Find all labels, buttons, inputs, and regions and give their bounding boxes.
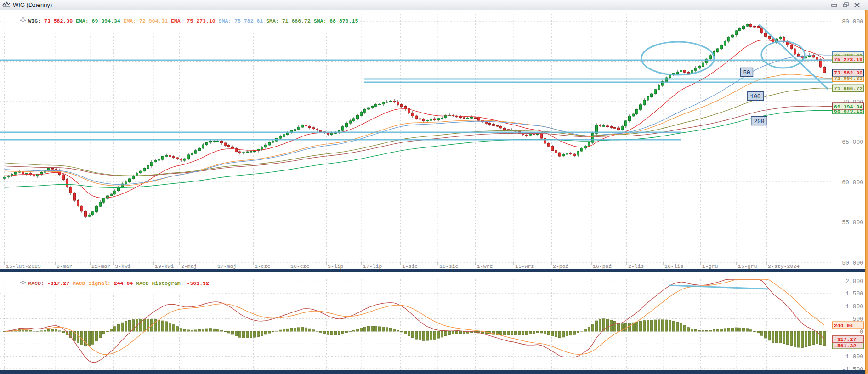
- price-label: 73 582.30: [833, 69, 864, 76]
- macd-pane-legend: MACD: -317.27 MACD Signal: 244.04 MACD H…: [1, 273, 209, 294]
- svg-text:50: 50: [743, 70, 750, 76]
- main-legend-label-4: SMA:: [216, 18, 234, 24]
- svg-text:200: 200: [754, 119, 765, 125]
- main-legend-value-0: 73 582.30: [44, 18, 73, 24]
- moving-average-lines: [5, 40, 832, 198]
- macd-legend-label-1: MACD Signal:: [69, 280, 114, 286]
- main-legend-value-3: 75 273.10: [187, 18, 216, 24]
- svg-text:-1 000: -1 000: [842, 353, 863, 360]
- macd-legend-value-0: -317.27: [47, 280, 69, 286]
- svg-text:50 000: 50 000: [842, 260, 863, 266]
- svg-text:71 666.72: 71 666.72: [834, 85, 862, 91]
- main-legend-value-6: 68 879.15: [329, 18, 358, 24]
- svg-text:65 000: 65 000: [842, 139, 863, 146]
- date-axis: 15-lut-20238-mar22-mar3-kwi19-kwi2-maj17…: [5, 262, 800, 269]
- svg-text:-317.27: -317.27: [834, 336, 856, 342]
- macd-legend-value-2: -561.32: [187, 280, 209, 286]
- main-legend-value-5: 71 666.72: [282, 18, 311, 24]
- main-legend-label-3: EMA:: [168, 18, 187, 24]
- chart-canvas[interactable]: 5010020080 00075 00070 00065 00060 00055…: [0, 0, 868, 374]
- candlestick-series: [4, 23, 826, 218]
- chart-window: WIG (Dzienny) 5010020080 00075 00070 000…: [0, 0, 868, 374]
- macd-histogram: [4, 319, 826, 348]
- svg-text:55 000: 55 000: [842, 219, 863, 226]
- svg-text:2 000: 2 000: [845, 278, 863, 285]
- price-label: 71 666.72: [833, 85, 864, 91]
- svg-text:-561.32: -561.32: [834, 343, 856, 349]
- macd-legend-label-0: MACD:: [28, 280, 47, 286]
- window-title: WIG (Dzienny): [13, 1, 52, 8]
- price-label: -317.27: [833, 336, 864, 343]
- macd-legend-label-2: MACD Histogram:: [133, 280, 187, 286]
- macd-legend-value-1: 244.04: [114, 280, 133, 286]
- main-legend-value-2: 72 904.31: [139, 18, 168, 24]
- svg-text:100: 100: [750, 94, 761, 100]
- svg-text:1 000: 1 000: [845, 303, 863, 310]
- main-legend-label-1: EMA:: [73, 18, 91, 24]
- svg-text:244.04: 244.04: [834, 323, 853, 329]
- grid-layer: [0, 14, 832, 370]
- close-icon[interactable]: [853, 2, 861, 8]
- svg-text:0: 0: [860, 329, 863, 335]
- main-legend-label-5: SMA:: [263, 18, 282, 24]
- svg-text:60 000: 60 000: [842, 179, 863, 186]
- svg-text:75 273.10: 75 273.10: [834, 57, 862, 62]
- window-titlebar: WIG (Dzienny): [0, 0, 868, 10]
- restore-button[interactable]: [842, 2, 849, 8]
- pane-drag-icon[interactable]: [1, 11, 26, 31]
- main-legend-label-6: SMA:: [311, 18, 329, 24]
- edge-resize-strip[interactable]: [865, 4, 868, 374]
- chart-line-icon: [2, 1, 10, 9]
- price-label: 244.04: [833, 322, 864, 329]
- price-label: 75 273.10: [833, 56, 864, 62]
- drawn-annotations[interactable]: [0, 24, 833, 289]
- price-label: 69 394.34: [833, 103, 864, 110]
- main-legend-label-2: EMA:: [120, 18, 139, 24]
- main-legend-value-1: 69 394.34: [91, 18, 120, 24]
- bottom-bar: [0, 370, 868, 374]
- main-legend-label-0: WIG:: [28, 18, 44, 24]
- main-legend-value-4: 75 782.61: [234, 18, 263, 24]
- svg-text:1 500: 1 500: [845, 290, 863, 297]
- pane-separator[interactable]: [0, 269, 868, 272]
- svg-text:80 000: 80 000: [842, 18, 863, 25]
- svg-text:73 582.30: 73 582.30: [834, 70, 862, 76]
- svg-text:69 394.34: 69 394.34: [834, 104, 862, 110]
- main-pane-legend: WIG: 73 582.30 EMA: 69 394.34 EMA: 72 90…: [1, 11, 358, 31]
- minimize-button[interactable]: [830, 2, 838, 8]
- ma-period-labels[interactable]: 50100200: [741, 68, 767, 125]
- pane-drag-icon[interactable]: [1, 273, 26, 294]
